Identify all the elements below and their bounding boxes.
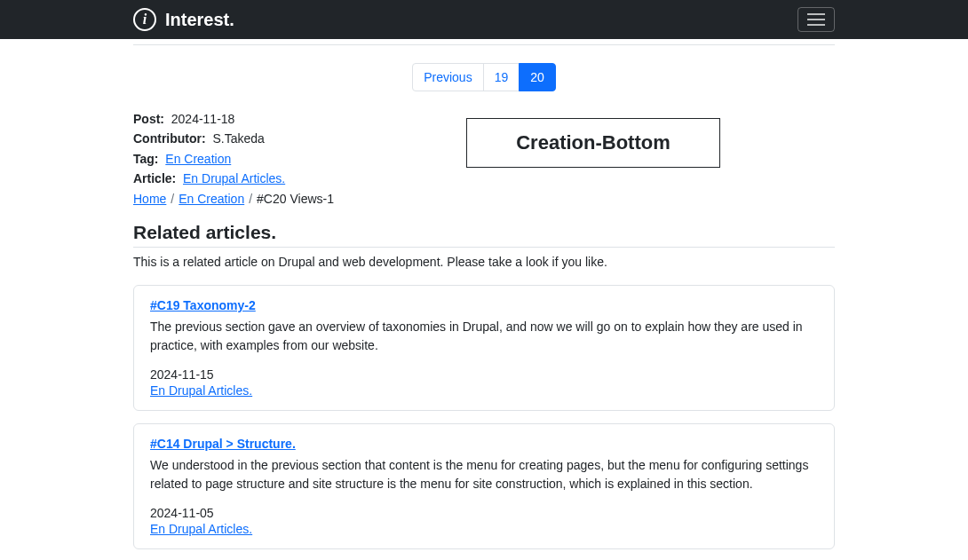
related-card: #C19 Taxonomy-2 The previous section gav…: [133, 285, 835, 411]
pagination-previous[interactable]: Previous: [412, 63, 483, 91]
related-card-desc: The previous section gave an overview of…: [150, 318, 818, 355]
related-intro: This is a related article on Drupal and …: [133, 255, 835, 269]
meta-post: Post: 2024-11-18: [133, 109, 334, 129]
breadcrumb-home[interactable]: Home: [133, 192, 166, 206]
related-card-desc: We understood in the previous section th…: [150, 456, 818, 493]
hamburger-button[interactable]: [797, 7, 835, 32]
pagination-page-20: 20: [519, 63, 556, 91]
related-card: #C14 Drupal > Structure. We understood i…: [133, 423, 835, 549]
related-card-title-link[interactable]: #C19 Taxonomy-2: [150, 298, 256, 312]
related-card-category-link[interactable]: En Drupal Articles.: [150, 522, 252, 536]
related-card-date: 2024-11-15: [150, 367, 818, 382]
pagination: Previous 19 20: [133, 63, 835, 91]
creation-banner: Creation-Bottom: [466, 118, 720, 168]
info-icon: i: [133, 8, 156, 31]
meta-tag: Tag: En Creation: [133, 149, 334, 169]
hamburger-icon: [807, 13, 825, 26]
related-card-category-link[interactable]: En Drupal Articles.: [150, 383, 252, 398]
top-separator: [133, 44, 835, 45]
breadcrumb-category[interactable]: En Creation: [179, 192, 244, 206]
breadcrumb-current: #C20 Views-1: [257, 192, 334, 206]
pagination-page-19[interactable]: 19: [483, 63, 520, 91]
meta-tag-link[interactable]: En Creation: [165, 152, 231, 166]
meta-contributor: Contributor: S.Takeda: [133, 129, 334, 148]
breadcrumb: Home/En Creation/#C20 Views-1: [133, 189, 334, 209]
brand-text: Interest.: [165, 10, 234, 30]
meta-article-link[interactable]: En Drupal Articles.: [183, 171, 285, 185]
related-card-date: 2024-11-05: [150, 506, 818, 520]
navbar: i Interest.: [0, 0, 968, 39]
related-card-title-link[interactable]: #C14 Drupal > Structure.: [150, 437, 296, 451]
related-heading: Related articles.: [133, 222, 835, 248]
meta-article: Article: En Drupal Articles.: [133, 169, 334, 188]
brand-link[interactable]: i Interest.: [133, 8, 234, 31]
